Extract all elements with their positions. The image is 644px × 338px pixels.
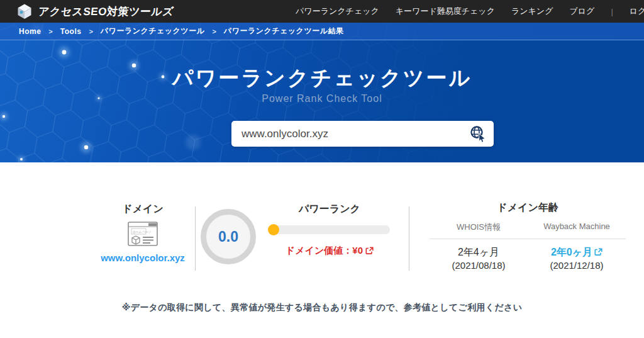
breadcrumb-separator: > — [89, 28, 92, 35]
divider-horizontal — [430, 239, 626, 239]
domain-age-values: 2年4ヶ月 (2021/08/18) 2年0ヶ月 (2021/12/18) — [430, 245, 626, 272]
page-title: パワーランクチェックツール — [0, 64, 644, 93]
power-rank-heading: パワーランク — [269, 203, 390, 216]
whois-duration: 2年4ヶ月 — [430, 245, 528, 259]
hero-section: Home > Tools > パワーランクチェックツール > パワーランクチェッ… — [0, 23, 644, 162]
nav-blog[interactable]: ブログ — [569, 6, 594, 17]
breadcrumb-separator: > — [48, 28, 52, 35]
whois-value: 2年4ヶ月 (2021/08/18) — [430, 245, 528, 272]
main-nav: パワーランクチェック キーワード難易度チェック ランキング ブログ | ログイン — [296, 6, 644, 17]
nav-keyword-difficulty-check[interactable]: キーワード難易度チェック — [396, 6, 495, 17]
logo-text: アクセスSEO対策ツールズ — [38, 4, 175, 19]
breadcrumb-power-rank-tool[interactable]: パワーランクチェックツール — [101, 26, 205, 37]
domain-age-heading: ドメイン年齢 — [430, 201, 626, 215]
page-subtitle: Power Rank Check Tool — [0, 93, 644, 104]
domain-link[interactable]: www.onlycolor.xyz — [101, 252, 185, 263]
power-rank-column: パワーランク ドメイン価値：¥0 — [269, 203, 390, 257]
top-navigation-bar: アクセスSEO対策ツールズ パワーランクチェック キーワード難易度チェック ラン… — [0, 0, 644, 23]
wayback-label: Wayback Machine — [528, 222, 626, 233]
power-rank-gauge: 0.0 — [201, 209, 256, 264]
domain-value-text: ドメイン価値：¥0 — [286, 245, 363, 257]
power-rank-score: 0.0 — [218, 228, 238, 245]
breadcrumb-separator: > — [212, 28, 216, 35]
progress-knob — [268, 224, 279, 235]
browser-window-icon: ホームページ — [128, 222, 158, 247]
nav-separator: | — [611, 7, 613, 16]
external-link-icon — [594, 248, 602, 256]
domain-search-input[interactable] — [242, 128, 469, 140]
globe-cursor-icon — [470, 125, 487, 142]
power-rank-progress-bar — [269, 225, 390, 234]
domain-heading: ドメイン — [122, 203, 164, 216]
site-logo[interactable]: アクセスSEO対策ツールズ — [16, 3, 174, 20]
breadcrumb: Home > Tools > パワーランクチェックツール > パワーランクチェッ… — [0, 23, 644, 40]
domain-age-column: ドメイン年齢 WHOIS情報 Wayback Machine 2年4ヶ月 (20… — [430, 201, 626, 272]
nav-login[interactable]: ログイン — [630, 6, 644, 17]
cube-logo-icon — [16, 3, 33, 20]
breadcrumb-home[interactable]: Home — [19, 27, 41, 36]
svg-text:ホームページ: ホームページ — [133, 230, 152, 234]
domain-column: ドメイン ホームページ www.onlycolor.xyz — [96, 203, 190, 263]
nav-power-rank-check[interactable]: パワーランクチェック — [296, 6, 379, 17]
external-link-icon — [365, 247, 374, 255]
check-button[interactable] — [469, 125, 487, 143]
wayback-value: 2年0ヶ月 (2021/12/18) — [528, 245, 626, 272]
whois-date: (2021/08/18) — [430, 259, 528, 272]
domain-age-sublabels: WHOIS情報 Wayback Machine — [430, 222, 626, 233]
results-section: ドメイン ホームページ www.onlycolor.xyz 0.0 パワーランク… — [0, 162, 644, 338]
wayback-duration-link[interactable]: 2年0ヶ月 — [551, 245, 602, 259]
wayback-duration: 2年0ヶ月 — [551, 245, 592, 259]
nav-ranking[interactable]: ランキング — [511, 6, 553, 17]
breadcrumb-result: パワーランクチェックツール結果 — [224, 26, 344, 37]
wayback-date: (2021/12/18) — [528, 259, 626, 272]
divider-vertical — [195, 206, 196, 271]
domain-search-box — [231, 121, 494, 147]
whois-label: WHOIS情報 — [430, 222, 528, 233]
breadcrumb-tools[interactable]: Tools — [60, 27, 82, 36]
divider-vertical — [409, 206, 409, 271]
domain-value-link[interactable]: ドメイン価値：¥0 — [286, 245, 374, 257]
disclaimer-note: ※データの取得に関して、異常値が発生する場合もあり得ますので、参考値としてご利用… — [0, 302, 644, 313]
page: アクセスSEO対策ツールズ パワーランクチェック キーワード難易度チェック ラン… — [0, 0, 644, 338]
